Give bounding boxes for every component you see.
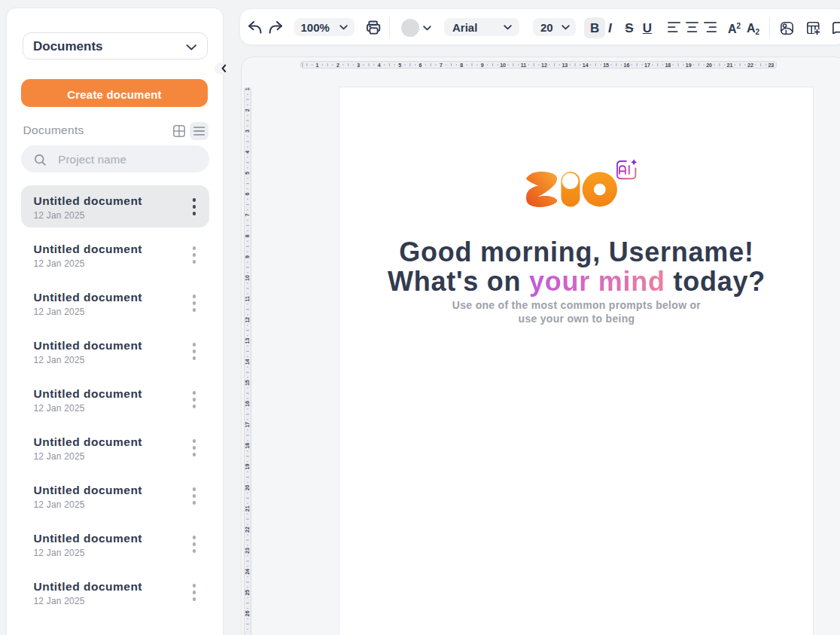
svg-text:4: 4 [378,62,381,67]
svg-text:6: 6 [419,62,422,67]
svg-text:12: 12 [245,316,250,322]
svg-text:14: 14 [245,359,250,365]
svg-text:25: 25 [245,589,250,595]
svg-text:1: 1 [245,87,250,90]
svg-text:9: 9 [481,62,484,67]
svg-text:16: 16 [245,401,250,407]
svg-text:9: 9 [245,255,250,258]
svg-text:21: 21 [245,505,250,511]
svg-text:8: 8 [245,234,250,237]
svg-text:12: 12 [541,62,547,67]
svg-text:17: 17 [245,421,250,427]
svg-text:1: 1 [316,62,319,67]
svg-text:15: 15 [245,380,250,386]
svg-text:14: 14 [583,62,589,67]
svg-text:5: 5 [398,62,401,67]
svg-text:4: 4 [245,150,250,153]
svg-text:26: 26 [245,610,250,616]
svg-text:6: 6 [245,192,250,195]
svg-text:7: 7 [440,62,443,67]
svg-text:15: 15 [603,62,609,67]
svg-text:18: 18 [245,442,250,448]
svg-text:3: 3 [357,62,360,67]
svg-text:22: 22 [747,62,753,67]
svg-text:23: 23 [768,62,774,67]
svg-text:3: 3 [245,129,250,132]
svg-text:10: 10 [500,62,506,67]
svg-text:8: 8 [460,62,463,67]
svg-text:18: 18 [665,62,671,67]
svg-text:20: 20 [706,62,712,67]
svg-text:22: 22 [245,527,250,533]
svg-text:16: 16 [624,62,630,67]
svg-text:2: 2 [245,108,250,111]
svg-text:24: 24 [245,568,250,574]
svg-text:19: 19 [686,62,692,67]
svg-text:23: 23 [245,548,250,554]
svg-text:2: 2 [336,62,339,67]
svg-text:5: 5 [245,171,250,174]
svg-text:17: 17 [644,62,650,67]
svg-text:21: 21 [727,62,733,67]
svg-text:11: 11 [521,62,527,67]
svg-text:19: 19 [245,463,250,469]
svg-text:13: 13 [562,62,568,67]
svg-text:7: 7 [245,213,250,216]
svg-text:13: 13 [245,337,250,343]
svg-text:20: 20 [245,484,250,490]
svg-text:11: 11 [245,295,250,301]
svg-text:10: 10 [245,275,250,281]
